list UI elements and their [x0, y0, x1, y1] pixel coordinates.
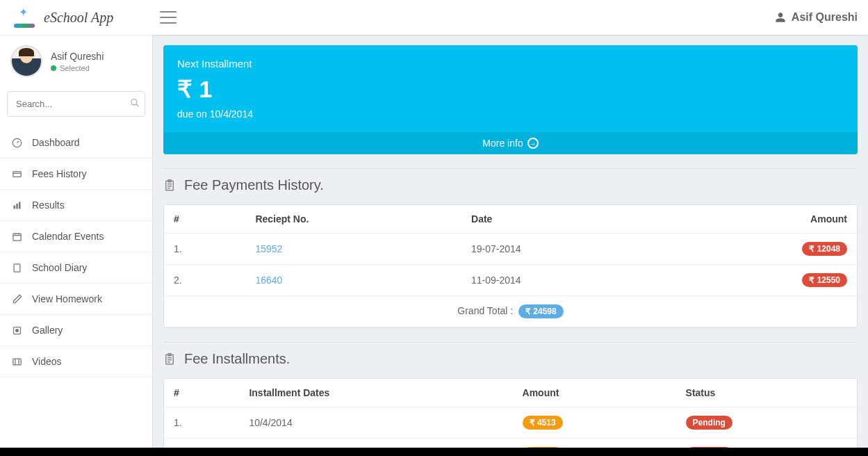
profile-status: Selected: [51, 64, 104, 72]
receipt-link[interactable]: 15952: [255, 243, 282, 254]
svg-point-14: [15, 329, 19, 332]
search-input[interactable]: [7, 91, 145, 117]
svg-rect-7: [19, 202, 21, 209]
gallery-icon: [11, 325, 22, 336]
amount-badge: ₹ 12048: [802, 242, 847, 256]
sidebar-item-view-homework[interactable]: View Homework: [0, 284, 152, 315]
sidebar-item-label: School Diary: [32, 262, 87, 273]
receipt-link[interactable]: 16640: [255, 275, 282, 286]
more-info-button[interactable]: More info →: [163, 132, 858, 154]
dashboard-icon: [11, 137, 22, 148]
sidebar-item-label: View Homework: [32, 293, 102, 304]
sidebar-item-label: Gallery: [32, 325, 63, 336]
nav-list: Dashboard Fees History Results Calendar …: [0, 127, 152, 377]
col-amount: Amount: [666, 205, 857, 234]
amount-badge: ₹ 4513: [523, 416, 563, 430]
clipboard-icon: [163, 179, 176, 193]
profile-name: Asif Qureshi: [51, 51, 104, 62]
avatar: [10, 45, 42, 77]
amount-badge: ₹ 12550: [802, 273, 847, 287]
installments-panel: # Installment Dates Amount Status 1. 10/…: [163, 378, 858, 456]
next-installment-card: Next Installment ₹ 1 due on 10/4/2014 Mo…: [163, 45, 858, 154]
svg-rect-5: [13, 205, 15, 209]
logo-icon: [10, 7, 38, 28]
table-row: 1. 10/4/2014 ₹ 4513 Pending: [164, 407, 857, 439]
results-icon: [11, 200, 22, 211]
sidebar-item-fees-history[interactable]: Fees History: [0, 158, 152, 190]
bottom-bar: [0, 448, 868, 456]
sidebar: Asif Qureshi Selected Dashboard Fees His…: [0, 35, 153, 456]
col-receipt: Reciept No.: [245, 205, 461, 234]
sidebar-item-label: Fees History: [32, 168, 87, 179]
videos-icon: [11, 356, 22, 367]
card-amount: ₹ 1: [177, 75, 844, 103]
calendar-icon: [11, 231, 22, 242]
user-icon: [775, 12, 786, 23]
col-date: Installment Dates: [239, 379, 512, 407]
table-row: 1. 15952 19-07-2014 ₹ 12048: [164, 234, 857, 265]
section-title: Fee Payments History.: [184, 177, 324, 193]
svg-rect-6: [16, 204, 18, 209]
installments-table: # Installment Dates Amount Status 1. 10/…: [164, 379, 857, 456]
col-num: #: [164, 205, 245, 234]
svg-rect-15: [13, 359, 20, 365]
svg-rect-3: [13, 171, 20, 177]
search-box: [7, 91, 145, 117]
search-icon[interactable]: [130, 98, 140, 111]
sidebar-item-calendar[interactable]: Calendar Events: [0, 221, 152, 252]
main-content: Next Installment ₹ 1 due on 10/4/2014 Mo…: [153, 35, 868, 456]
sidebar-item-dashboard[interactable]: Dashboard: [0, 127, 152, 158]
logo-area[interactable]: eSchool App: [10, 7, 153, 28]
section-title: Fee Installments.: [184, 351, 290, 367]
svg-rect-12: [14, 263, 20, 271]
svg-point-0: [131, 99, 137, 104]
sidebar-item-school-diary[interactable]: School Diary: [0, 252, 152, 284]
sidebar-item-label: Videos: [32, 356, 62, 367]
homework-icon: [11, 293, 22, 304]
profile-block: Asif Qureshi Selected: [0, 35, 152, 88]
sidebar-item-label: Calendar Events: [32, 231, 104, 242]
card-title: Next Installment: [177, 58, 844, 70]
grand-total-row: Grand Total : ₹ 24598: [164, 296, 857, 327]
sidebar-item-gallery[interactable]: Gallery: [0, 315, 152, 346]
sidebar-item-label: Results: [32, 200, 65, 211]
col-date: Date: [461, 205, 666, 234]
section-header-installments: Fee Installments.: [163, 342, 858, 378]
clipboard-icon: [163, 352, 176, 366]
app-name: eSchool App: [44, 10, 113, 26]
payments-panel: # Reciept No. Date Amount 1. 15952 19-07…: [163, 204, 858, 328]
section-header-payments: Fee Payments History.: [163, 168, 858, 204]
status-dot-icon: [51, 65, 56, 71]
diary-icon: [11, 262, 22, 273]
topbar-user[interactable]: Asif Qureshi: [775, 11, 858, 24]
grand-total-label: Grand Total :: [457, 305, 513, 316]
arrow-right-icon: →: [527, 138, 539, 149]
svg-rect-8: [13, 234, 20, 241]
sidebar-item-results[interactable]: Results: [0, 190, 152, 221]
grand-total-badge: ₹ 24598: [518, 304, 564, 318]
sidebar-item-videos[interactable]: Videos: [0, 346, 152, 377]
hamburger-menu-icon[interactable]: [160, 11, 177, 24]
col-num: #: [164, 379, 239, 407]
col-status: Status: [676, 379, 857, 407]
card-due-text: due on 10/4/2014: [177, 108, 844, 120]
table-row: 2. 16640 11-09-2014 ₹ 12550: [164, 265, 857, 296]
svg-line-1: [136, 104, 139, 106]
fees-icon: [11, 168, 22, 179]
topbar: eSchool App Asif Qureshi: [0, 0, 868, 35]
col-amount: Amount: [513, 379, 676, 407]
topbar-user-name: Asif Qureshi: [792, 11, 858, 24]
sidebar-item-label: Dashboard: [32, 137, 80, 148]
payments-table: # Reciept No. Date Amount 1. 15952 19-07…: [164, 205, 857, 327]
status-badge: Pending: [686, 416, 732, 430]
